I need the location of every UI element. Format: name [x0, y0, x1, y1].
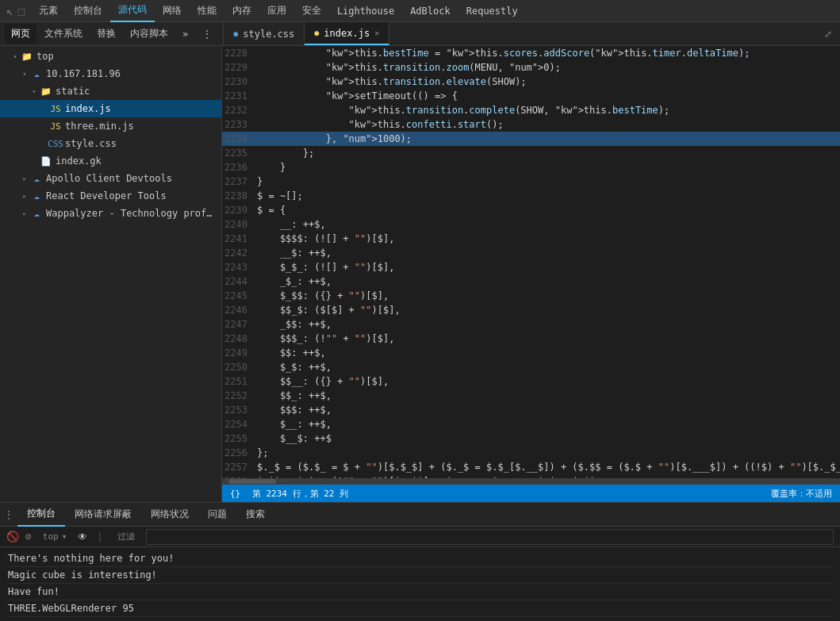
- line-content: $_$: ++$,: [257, 360, 332, 374]
- code-line: 2234 }, "num">1000);: [222, 132, 840, 146]
- code-line: 2231 "kw">setTimeout(() => {: [222, 89, 840, 103]
- line-number: 2228: [222, 46, 257, 60]
- line-content: $__$: ++$: [257, 431, 332, 446]
- console-context-btn[interactable]: top ▾: [38, 530, 72, 543]
- line-number: 2252: [222, 389, 257, 403]
- sidebar-item-stylecss[interactable]: CSS style.css: [0, 135, 221, 152]
- sidebar-item-indexgk[interactable]: 📄 index.gk: [0, 152, 221, 170]
- console-stop-icon[interactable]: ⊘: [25, 531, 32, 542]
- spacer-indexgk: [29, 155, 40, 167]
- bottom-tab-issues[interactable]: 问题: [198, 503, 236, 527]
- scrollbar-thumb: [228, 479, 276, 484]
- cloud-icon-wappalyzer: ☁: [30, 207, 43, 220]
- nav-application[interactable]: 应用: [259, 0, 294, 22]
- nav-security[interactable]: 安全: [294, 0, 329, 22]
- nav-sources[interactable]: 源代码: [110, 0, 155, 22]
- code-line: 2245 $_$$: ({} + "")[$],: [222, 289, 840, 303]
- nav-network[interactable]: 网络: [155, 0, 190, 22]
- sidebar-item-indexjs[interactable]: JS index.js: [0, 100, 221, 117]
- panel-tab-more[interactable]: »: [176, 25, 194, 43]
- sidebar-section: 📁 top ☁ 10.167.181.96 📁 static JS index.…: [0, 46, 221, 224]
- panel-tab-menu[interactable]: ⋮: [196, 25, 218, 43]
- code-line: 2235 };: [222, 146, 840, 160]
- code-line: 2257$._$ = ($.$_ = $ + "")[$.$_$] + ($._…: [222, 460, 840, 474]
- nav-performance[interactable]: 性能: [190, 0, 224, 22]
- line-content: _$_: ++$,: [257, 274, 332, 289]
- line-number: 2240: [222, 217, 257, 232]
- sidebar-item-threejs[interactable]: JS three.min.js: [0, 117, 221, 135]
- code-line: 2246 $$_$: ($[$] + "")[$],: [222, 303, 840, 317]
- line-content: __: ++$,: [257, 217, 326, 232]
- line-number: 2236: [222, 160, 257, 174]
- console-eye-icon[interactable]: 👁: [78, 531, 87, 542]
- code-line: 2255 $__$: ++$: [222, 431, 840, 446]
- line-content: $__: ++$,: [257, 417, 332, 431]
- main-area: 📁 top ☁ 10.167.181.96 📁 static JS index.…: [0, 46, 840, 502]
- line-content: "kw">this.transition.elevate(SHOW);: [257, 75, 527, 89]
- horizontal-scrollbar[interactable]: [222, 478, 840, 485]
- code-line: 2233 "kw">this.confetti.start();: [222, 117, 840, 132]
- panel-tab-webpage[interactable]: 网页: [5, 24, 36, 44]
- line-content: "kw">this.bestTime = "kw">this.scores.ad…: [257, 46, 750, 60]
- panel-tab-replace[interactable]: 替换: [90, 24, 122, 44]
- file-tab-indexjs[interactable]: ● index.js ✕: [305, 22, 389, 45]
- line-content: $$$_: (!"" + "")[$],: [257, 332, 394, 346]
- code-line: 2253 $$$: ++$,: [222, 403, 840, 417]
- css-file-icon: ●: [233, 29, 238, 38]
- code-line: 2247 _$$: ++$,: [222, 317, 840, 332]
- console-output: There's nothing here for you! Magic cube…: [0, 547, 840, 621]
- bottom-tab-network-block[interactable]: 网络请求屏蔽: [65, 503, 141, 527]
- line-number: 2257: [222, 460, 257, 474]
- code-line: 2256};: [222, 446, 840, 460]
- cloud-icon-apollo: ☁: [30, 172, 43, 185]
- nav-requestly[interactable]: Requestly: [458, 0, 526, 22]
- sidebar-item-react[interactable]: ☁ React Developer Tools: [0, 187, 221, 205]
- panel-tab-contentscript[interactable]: 内容脚本: [124, 24, 175, 44]
- console-line-4: THREE.WebGLRenderer 95: [8, 600, 832, 617]
- nav-elements[interactable]: 元素: [31, 0, 66, 22]
- line-content: $$__: ({} + "")[$],: [257, 374, 389, 389]
- sidebar-item-wappalyzer[interactable]: ☁ Wappalyzer - Technology profiler: [0, 205, 221, 222]
- sidebar-label-apollo: Apollo Client Devtools: [46, 173, 215, 184]
- panel-tab-filesystem[interactable]: 文件系统: [38, 24, 89, 44]
- nav-memory[interactable]: 内存: [224, 0, 259, 22]
- code-line: 2239$ = {: [222, 203, 840, 217]
- console-filter-input[interactable]: [146, 529, 834, 545]
- line-content: $_$$: ({} + "")[$],: [257, 289, 389, 303]
- line-content: }, "num">1000);: [257, 132, 412, 146]
- nav-icons: ↖ ⬚: [0, 5, 31, 17]
- line-number: 2249: [222, 346, 257, 360]
- file-tab-stylecss[interactable]: ● style.css: [224, 22, 305, 45]
- bottom-tab-console[interactable]: 控制台: [17, 503, 65, 527]
- code-line: 2241 $$$$: (![] + "")[$],: [222, 232, 840, 246]
- status-left: {} 第 2234 行，第 22 列: [230, 488, 761, 500]
- line-content: $ = {: [257, 203, 286, 217]
- nav-adblock[interactable]: AdBlock: [402, 0, 458, 22]
- sidebar-label-static: static: [56, 86, 215, 97]
- sidebar-item-apollo[interactable]: ☁ Apollo Client Devtools: [0, 170, 221, 187]
- sidebar-item-ip[interactable]: ☁ 10.167.181.96: [0, 65, 221, 82]
- nav-console[interactable]: 控制台: [66, 0, 110, 22]
- sidebar-item-top[interactable]: 📁 top: [0, 48, 221, 65]
- cloud-icon-react: ☁: [30, 190, 43, 202]
- line-content: $ = ~[];: [257, 189, 303, 203]
- bottom-panel: ⋮ 控制台 网络请求屏蔽 网络状况 问题 搜索 🚫 ⊘ top ▾ 👁 | 过滤…: [0, 502, 840, 621]
- bottom-panel-icon: ⋮: [0, 508, 17, 521]
- code-scroll[interactable]: 2228 "kw">this.bestTime = "kw">this.scor…: [222, 46, 840, 478]
- line-content: $_$_: (![] + "")[$],: [257, 260, 394, 274]
- sidebar-item-static[interactable]: 📁 static: [0, 82, 221, 100]
- console-line-1: There's nothing here for you!: [8, 550, 832, 567]
- inspect-icon[interactable]: ⬚: [17, 5, 24, 17]
- bottom-tab-search[interactable]: 搜索: [236, 503, 274, 527]
- line-content: }: [257, 174, 263, 189]
- bottom-tab-network-status[interactable]: 网络状况: [141, 503, 198, 527]
- line-content: __$: ++$,: [257, 246, 332, 260]
- console-clear-icon[interactable]: 🚫: [6, 531, 19, 542]
- line-content: };: [257, 146, 314, 160]
- file-tabs: ● style.css ● index.js ✕: [224, 22, 816, 45]
- file-tab-close[interactable]: ✕: [374, 29, 379, 37]
- code-line: 2254 $__: ++$,: [222, 417, 840, 431]
- expand-icon[interactable]: ⤢: [816, 29, 840, 40]
- cursor-icon[interactable]: ↖: [6, 5, 13, 17]
- nav-lighthouse[interactable]: Lighthouse: [329, 0, 402, 22]
